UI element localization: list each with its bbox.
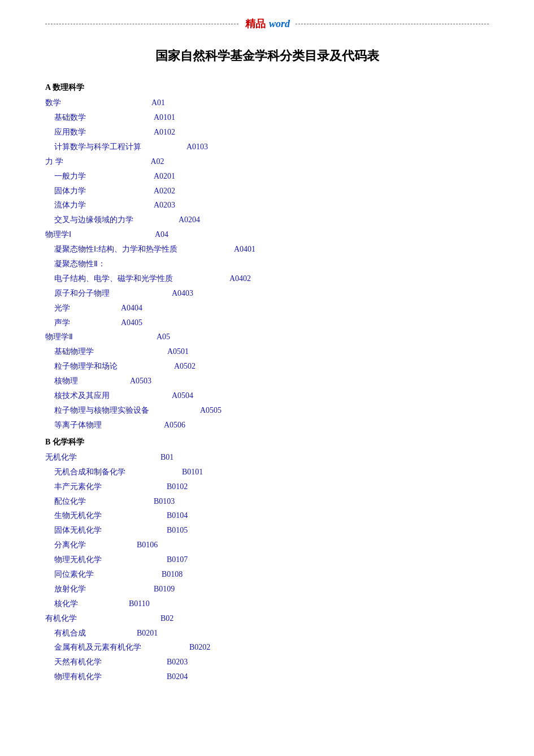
list-item: 电子结构、电学、磁学和光学性质 A0402 xyxy=(45,271,489,286)
entry-code: A01 xyxy=(151,96,165,110)
entry-name: 生物无机化学 xyxy=(54,508,102,523)
list-item: 核化学 B0110 xyxy=(45,597,489,611)
entry-name: 有机合成 xyxy=(54,626,86,641)
entry-code: A04 xyxy=(155,227,168,242)
entry-name: 金属有机及元素有机化学 xyxy=(54,640,141,655)
list-item: 应用数学 A0102 xyxy=(45,125,489,140)
entry-code: A0505 xyxy=(200,403,222,418)
list-item: 凝聚态物性Ⅱ： xyxy=(45,257,489,271)
dash-left xyxy=(45,24,238,24)
list-item: 计算数学与科学工程计算 A0103 xyxy=(45,140,489,154)
section-A: A 数理科学 数学 A01 基础数学 A0101 应用数学 A0102 xyxy=(45,80,489,433)
entry-code: A0101 xyxy=(154,110,175,125)
entry-name: 凝聚态物性Ⅰ:结构、力学和热学性质 xyxy=(54,242,177,257)
entry-name: 计算数学与科学工程计算 xyxy=(54,140,141,154)
list-item: 原子和分子物理 A0403 xyxy=(45,286,489,301)
entry-name: 无机合成和制备化学 xyxy=(54,465,125,479)
entry-code: A0204 xyxy=(179,213,200,227)
list-item: 等离子体物理 A0506 xyxy=(45,418,489,433)
entry-code: A0102 xyxy=(154,125,175,140)
list-item: 物理有机化学 B0204 xyxy=(45,669,489,684)
entry-code: B0104 xyxy=(167,508,188,523)
list-item: 流体力学 A0203 xyxy=(45,198,489,213)
list-item: 核技术及其应用 A0504 xyxy=(45,388,489,403)
entry-name: 有机化学 xyxy=(45,611,77,626)
entry-name: 光学 xyxy=(54,301,70,316)
entry-name: 基础数学 xyxy=(54,110,86,125)
entry-code: B0106 xyxy=(137,538,158,552)
entry-code: B0105 xyxy=(167,523,188,538)
entry-code: A0403 xyxy=(172,286,193,301)
entry-name: 物理有机化学 xyxy=(54,669,102,684)
entry-code: A0404 xyxy=(121,301,142,316)
section-B-header: B 化学科学 xyxy=(45,435,489,449)
entry-name: 配位化学 xyxy=(54,494,86,509)
entry-code: A0202 xyxy=(154,184,175,198)
list-item: 凝聚态物性Ⅰ:结构、力学和热学性质 A0401 xyxy=(45,242,489,257)
entry-code: B0103 xyxy=(154,494,175,509)
entry-code: B0107 xyxy=(167,552,188,567)
entry-name: 丰产元素化学 xyxy=(54,479,102,494)
entry-code: B02 xyxy=(160,611,173,626)
list-item: 力 学 A02 xyxy=(45,154,489,169)
list-item: 无机合成和制备化学 B0101 xyxy=(45,465,489,479)
list-item: 有机化学 B02 xyxy=(45,611,489,626)
word-text: word xyxy=(268,18,291,30)
list-item: 交叉与边缘领域的力学 A0204 xyxy=(45,213,489,227)
entry-name: 放射化学 xyxy=(54,582,86,597)
entry-code: B0102 xyxy=(167,479,188,494)
brand-text: 精品 xyxy=(243,17,268,31)
entry-code: A0501 xyxy=(167,344,189,359)
list-item: 粒子物理学和场论 A0502 xyxy=(45,359,489,374)
entry-code: B0202 xyxy=(189,640,210,655)
page-title: 国家自然科学基金学科分类目录及代码表 xyxy=(45,47,489,64)
entry-name: 流体力学 xyxy=(54,198,86,213)
entry-code: B0203 xyxy=(167,655,188,669)
list-item: 物理学Ⅱ A05 xyxy=(45,330,489,344)
list-item: 声学 A0405 xyxy=(45,316,489,330)
entry-name: 核化学 xyxy=(54,597,78,611)
entry-code: A0402 xyxy=(229,271,251,286)
entry-code: A0203 xyxy=(154,198,175,213)
entry-code: A05 xyxy=(157,330,170,344)
list-item: 金属有机及元素有机化学 B0202 xyxy=(45,640,489,655)
entry-name: 交叉与边缘领域的力学 xyxy=(54,213,133,227)
entry-code: A0405 xyxy=(121,316,142,330)
entry-code: A0506 xyxy=(164,418,185,433)
list-item: 固体力学 A0202 xyxy=(45,184,489,198)
entry-code: B0101 xyxy=(182,465,203,479)
entry-name: 固体力学 xyxy=(54,184,86,198)
entry-name: 原子和分子物理 xyxy=(54,286,110,301)
entry-name: 等离子体物理 xyxy=(54,418,102,433)
entry-code: A0401 xyxy=(234,242,255,257)
list-item: 粒子物理与核物理实验设备 A0505 xyxy=(45,403,489,418)
list-item: 一般力学 A0201 xyxy=(45,169,489,184)
entry-name: 电子结构、电学、磁学和光学性质 xyxy=(54,271,173,286)
entry-code: A0504 xyxy=(172,388,193,403)
entry-name: 分离化学 xyxy=(54,538,86,552)
entry-code: B0201 xyxy=(137,626,158,641)
list-item: 生物无机化学 B0104 xyxy=(45,508,489,523)
entry-name: 一般力学 xyxy=(54,169,86,184)
entry-name: 力 学 xyxy=(45,154,63,169)
list-item: 基础物理学 A0501 xyxy=(45,344,489,359)
list-item: 无机化学 B01 xyxy=(45,450,489,465)
entry-name: 同位素化学 xyxy=(54,567,94,582)
list-item: 光学 A0404 xyxy=(45,301,489,316)
list-item: 丰产元素化学 B0102 xyxy=(45,479,489,494)
entry-code: A02 xyxy=(151,154,164,169)
list-item: 数学 A01 xyxy=(45,96,489,110)
entry-code: A0201 xyxy=(154,169,175,184)
list-item: 有机合成 B0201 xyxy=(45,626,489,641)
entry-name: 固体无机化学 xyxy=(54,523,102,538)
list-item: 放射化学 B0109 xyxy=(45,582,489,597)
entry-code: A0103 xyxy=(186,140,208,154)
entry-name: 粒子物理学和场论 xyxy=(54,359,118,374)
page: 精品 word 国家自然科学基金学科分类目录及代码表 A 数理科学 数学 A01… xyxy=(0,0,534,756)
entry-code: B0108 xyxy=(162,567,183,582)
list-item: 物理无机化学 B0107 xyxy=(45,552,489,567)
dash-right xyxy=(296,24,489,24)
entry-name: 物理学Ⅱ xyxy=(45,330,73,344)
list-item: 配位化学 B0103 xyxy=(45,494,489,509)
entry-name: 数学 xyxy=(45,96,61,110)
